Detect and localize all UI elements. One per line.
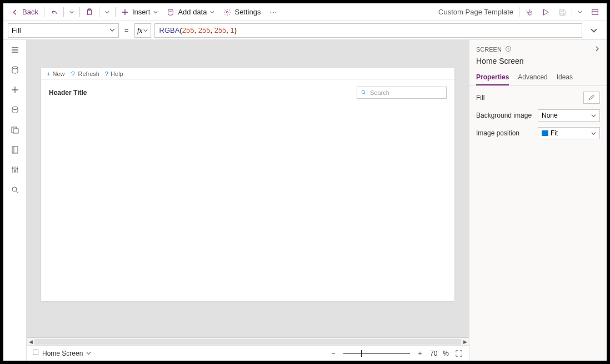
nav-data[interactable] — [11, 65, 19, 74]
back-label: Back — [22, 8, 38, 16]
paste-split[interactable] — [101, 8, 114, 17]
prop-fill-value[interactable] — [583, 92, 600, 104]
prop-bgimage-value: None — [542, 112, 558, 119]
canvas-new[interactable]: +New — [47, 70, 64, 77]
h-scrollbar[interactable]: ◀ ▶ — [27, 337, 469, 345]
help-icon[interactable]: ? — [505, 46, 512, 53]
svg-point-3 — [227, 11, 229, 13]
arrow-left-icon — [11, 8, 19, 16]
canvas-help[interactable]: ?Help — [105, 70, 123, 77]
svg-point-11 — [12, 168, 13, 169]
nav-search[interactable] — [11, 185, 19, 194]
plus-icon — [121, 8, 129, 16]
add-data-button[interactable]: Add data — [162, 6, 219, 18]
header-title: Header Title — [49, 89, 87, 97]
zoom-in-button[interactable]: + — [416, 349, 424, 358]
paste-button[interactable] — [81, 6, 98, 18]
screen-picker[interactable]: Home Screen — [32, 349, 91, 357]
panel-collapse[interactable] — [594, 46, 600, 53]
svg-point-12 — [14, 170, 16, 172]
svg-text:?: ? — [507, 47, 509, 50]
property-picker[interactable]: Fill — [8, 23, 119, 38]
prop-imgpos-value: Fit — [551, 129, 558, 137]
nav-media[interactable] — [11, 105, 19, 114]
svg-rect-10 — [12, 146, 18, 153]
formula-input[interactable]: RGBA(255, 255, 255, 1) — [154, 23, 582, 38]
svg-point-2 — [168, 9, 173, 11]
ellipsis-icon: ··· — [269, 8, 277, 16]
chevron-down-icon — [210, 8, 214, 16]
database-icon — [167, 8, 174, 16]
play-button[interactable] — [537, 6, 554, 18]
formula-bar: Fill = fx RGBA(255, 255, 255, 1) — [3, 21, 607, 40]
publish-button[interactable] — [587, 6, 603, 18]
svg-point-7 — [12, 107, 18, 110]
checker-button[interactable] — [521, 6, 537, 18]
prop-bgimage-select[interactable]: None — [538, 109, 600, 122]
formula-fn: RGBA — [159, 26, 180, 34]
equals-label: = — [122, 26, 131, 34]
prop-bgimage-label: Background image — [476, 112, 532, 119]
prop-fill-label: Fill — [476, 94, 484, 102]
svg-point-13 — [16, 168, 18, 170]
formula-expand[interactable] — [586, 23, 602, 38]
nav-tree[interactable] — [11, 46, 19, 54]
tab-properties[interactable]: Properties — [476, 70, 509, 85]
color-picker-icon — [588, 93, 596, 103]
fx-icon: fx — [137, 26, 142, 35]
tab-ideas[interactable]: Ideas — [557, 70, 573, 85]
canvas-toolbar: +New Refresh ?Help — [41, 68, 454, 80]
chevron-down-icon — [153, 8, 158, 16]
side-nav — [3, 40, 27, 361]
insert-label: Insert — [132, 8, 151, 16]
zoom-slider[interactable] — [343, 353, 410, 354]
svg-point-15 — [362, 90, 365, 94]
svg-rect-9 — [13, 129, 18, 133]
search-icon — [361, 89, 367, 97]
clipboard-icon — [86, 8, 93, 16]
screen-icon — [32, 349, 39, 357]
canvas-area: +New Refresh ?Help Header Title Search — [27, 40, 469, 361]
undo-button[interactable] — [46, 6, 62, 18]
svg-point-6 — [12, 67, 18, 69]
settings-button[interactable]: Settings — [219, 6, 265, 18]
nav-variables[interactable] — [11, 145, 19, 154]
fx-button[interactable]: fx — [134, 23, 151, 38]
canvas-search-input[interactable]: Search — [357, 87, 447, 99]
canvas-refresh[interactable]: Refresh — [70, 70, 99, 77]
panel-tabs: Properties Advanced Ideas — [469, 70, 607, 86]
command-bar: Back Insert — [3, 3, 607, 21]
back-button[interactable]: Back — [7, 6, 43, 18]
scroll-right-icon[interactable]: ▶ — [461, 338, 469, 346]
svg-point-4 — [531, 11, 532, 13]
scroll-left-icon[interactable]: ◀ — [27, 338, 34, 346]
canvas[interactable]: +New Refresh ?Help Header Title Search — [41, 68, 454, 301]
search-placeholder: Search — [370, 89, 389, 96]
settings-label: Settings — [234, 8, 261, 16]
prop-imgpos-select[interactable]: Fit — [538, 127, 600, 139]
save-split[interactable] — [573, 8, 587, 17]
page-title: Custom Page Template — [434, 8, 518, 16]
save-button[interactable] — [554, 6, 571, 18]
gear-icon — [223, 8, 231, 16]
panel-context: SCREEN — [476, 46, 502, 53]
stethoscope-icon — [525, 8, 533, 16]
zoom-out-button[interactable]: − — [329, 349, 338, 358]
undo-icon — [50, 8, 58, 16]
nav-flows[interactable] — [11, 125, 19, 134]
insert-button[interactable]: Insert — [117, 6, 163, 18]
fit-button[interactable] — [454, 349, 463, 358]
property-picker-label: Fill — [12, 26, 21, 34]
status-bar: Home Screen − + 70 % — [27, 345, 469, 361]
refresh-icon — [70, 70, 76, 77]
tab-advanced[interactable]: Advanced — [518, 70, 547, 85]
image-fit-icon — [542, 130, 548, 136]
publish-icon — [591, 8, 599, 16]
nav-insert[interactable] — [11, 85, 19, 94]
more-button[interactable]: ··· — [265, 6, 282, 18]
undo-split[interactable] — [65, 8, 78, 17]
svg-point-14 — [12, 187, 17, 191]
nav-tools[interactable] — [11, 165, 19, 174]
save-icon — [558, 8, 566, 16]
svg-rect-16 — [33, 350, 38, 355]
